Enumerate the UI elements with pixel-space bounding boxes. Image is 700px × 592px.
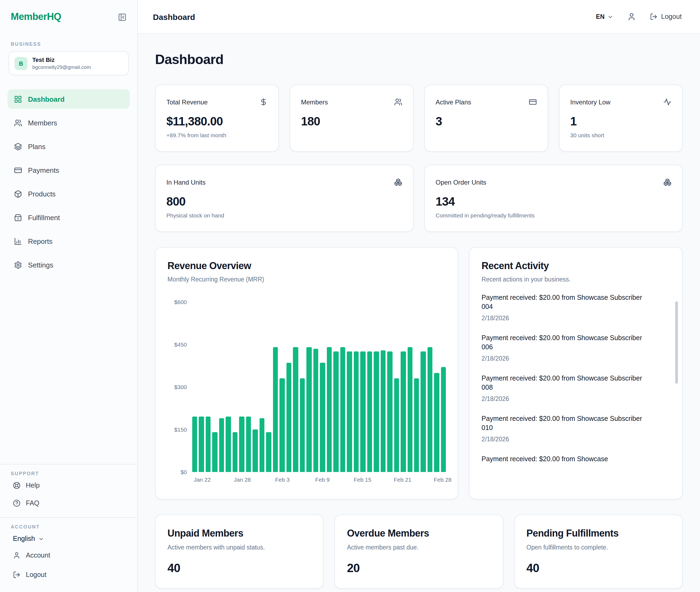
stat-card-in-hand-units: In Hand Units 800 Physical stock on hand: [155, 165, 414, 232]
revenue-card-subtitle: Monthly Recurring Revenue (MRR): [168, 276, 446, 284]
x-axis-tick: Jan 28: [234, 476, 251, 483]
sidebar-item-members[interactable]: Members: [7, 113, 130, 132]
account-section-label: ACCOUNT: [7, 524, 130, 530]
stat-card-header: Active Plans: [436, 98, 537, 106]
sidebar-item-payments[interactable]: Payments: [7, 160, 130, 180]
revenue-bar: [333, 351, 338, 472]
revenue-bar: [367, 351, 372, 472]
nav-label: Products: [28, 190, 56, 198]
sidebar-item-account[interactable]: Account: [7, 546, 130, 565]
sidebar-item-help[interactable]: Help: [7, 476, 130, 494]
language-selector-sidebar[interactable]: English: [7, 531, 130, 546]
revenue-bar: [401, 351, 406, 472]
logout-button[interactable]: Logout: [650, 13, 682, 20]
log-out-icon: [650, 13, 657, 20]
stat-value: 3: [436, 114, 537, 129]
revenue-bar: [407, 347, 413, 472]
language-selector-label: English: [13, 535, 35, 542]
account-button[interactable]: [627, 12, 636, 21]
revenue-bar: [387, 351, 392, 472]
business-info: Test Biz bgconnelly29@gmail.com: [32, 56, 91, 70]
x-axis-tick: Feb 15: [354, 476, 371, 483]
dollar-icon: [260, 98, 268, 106]
page-content: Dashboard Total Revenue $11,380.00 +89.7…: [138, 34, 700, 592]
revenue-bar: [313, 349, 318, 472]
help-circle-icon: [13, 499, 20, 507]
account-item-label: Logout: [26, 571, 46, 579]
language-selector-header[interactable]: EN: [596, 13, 613, 20]
nav-label: Members: [28, 119, 57, 127]
revenue-bar: [340, 347, 345, 472]
chevron-down-icon: [607, 14, 613, 20]
revenue-bar: [260, 418, 265, 472]
stat-value: 180: [301, 114, 402, 129]
x-axis-tick: Feb 28: [434, 476, 451, 483]
business-email: bgconnelly29@gmail.com: [32, 64, 91, 70]
activity-scrollbar-thumb[interactable]: [675, 301, 678, 384]
business-switcher[interactable]: B Test Biz bgconnelly29@gmail.com: [9, 51, 129, 76]
inventory-cards-row: In Hand Units 800 Physical stock on hand…: [155, 165, 683, 232]
box-icon: [14, 213, 22, 221]
bar-chart-icon: [14, 237, 22, 245]
stat-card-header: In Hand Units: [167, 178, 402, 186]
pending-fulfillments-card: Pending Fulfillments Open fulfillments t…: [514, 514, 683, 589]
y-axis-tick: $600: [174, 299, 187, 305]
chart-x-axis: Jan 22Jan 28Feb 3Feb 9Feb 15Feb 21Feb 28: [192, 476, 446, 485]
sidebar-item-reports[interactable]: Reports: [7, 232, 130, 251]
stat-label: Active Plans: [436, 98, 471, 106]
revenue-bar: [421, 351, 426, 472]
nav-label: Fulfillment: [28, 213, 60, 221]
nav-label: Dashboard: [28, 95, 64, 103]
x-axis-tick: Feb 3: [275, 476, 290, 483]
sidebar-item-fulfillment[interactable]: Fulfillment: [7, 208, 130, 227]
summary-card-subtitle: Active members past due.: [347, 544, 491, 551]
support-item-label: FAQ: [26, 499, 39, 507]
nav-label: Payments: [28, 166, 59, 174]
language-code: EN: [596, 13, 605, 20]
revenue-bar: [300, 378, 305, 472]
main-area: Dashboard EN Logout Dashboard: [138, 0, 700, 592]
stat-subtext: 30 units short: [570, 132, 671, 138]
nav-label: Reports: [28, 237, 52, 245]
stat-label: Open Order Units: [436, 179, 486, 186]
nav-label: Settings: [28, 261, 53, 269]
revenue-bar: [280, 378, 285, 472]
activity-date: 2/18/2026: [482, 435, 670, 444]
revenue-bar: [293, 347, 298, 472]
x-axis-tick: Feb 21: [394, 476, 411, 483]
activity-text: Payment received: $20.00 from Showcase S…: [482, 293, 643, 312]
stat-card-header: Members: [301, 98, 402, 106]
revenue-bar: [192, 417, 197, 472]
sidebar-collapse-button[interactable]: [118, 13, 127, 21]
sidebar-item-settings[interactable]: Settings: [7, 255, 130, 275]
activity-item: Payment received: $20.00 from Showcase S…: [482, 374, 670, 404]
activity-item: Payment received: $20.00 from Showcase: [482, 455, 670, 464]
activity-list[interactable]: Payment received: $20.00 from Showcase S…: [482, 293, 670, 464]
revenue-bar: [246, 417, 251, 472]
summary-card-value: 40: [168, 561, 312, 575]
boxes-icon: [394, 178, 402, 186]
credit-card-icon: [14, 166, 22, 174]
app-logo: MemberHQ: [11, 11, 61, 22]
sidebar-item-plans[interactable]: Plans: [7, 137, 130, 156]
sidebar-item-logout[interactable]: Logout: [7, 565, 130, 585]
sidebar-item-products[interactable]: Products: [7, 184, 130, 203]
revenue-bar: [354, 351, 359, 472]
revenue-bar: [206, 417, 211, 472]
account-item-label: Account: [26, 552, 50, 559]
app-root: MemberHQ BUSINESS B Test Biz bgconnelly2…: [0, 0, 700, 592]
activity-text: Payment received: $20.00 from Showcase S…: [482, 334, 643, 352]
stat-label: In Hand Units: [167, 179, 205, 186]
summary-card-value: 40: [526, 561, 670, 575]
activity-date: 2/18/2026: [482, 354, 670, 363]
topbar-title: Dashboard: [153, 12, 195, 21]
sidebar-item-faq[interactable]: FAQ: [7, 494, 130, 512]
activity-text: Payment received: $20.00 from Showcase: [482, 455, 643, 464]
sidebar-item-dashboard[interactable]: Dashboard: [7, 89, 130, 109]
revenue-bar: [414, 378, 419, 472]
stat-label: Members: [301, 98, 328, 106]
stat-card-header: Total Revenue: [167, 98, 268, 106]
boxes-icon: [663, 178, 671, 186]
business-avatar: B: [14, 57, 28, 70]
revenue-bar: [394, 378, 399, 472]
